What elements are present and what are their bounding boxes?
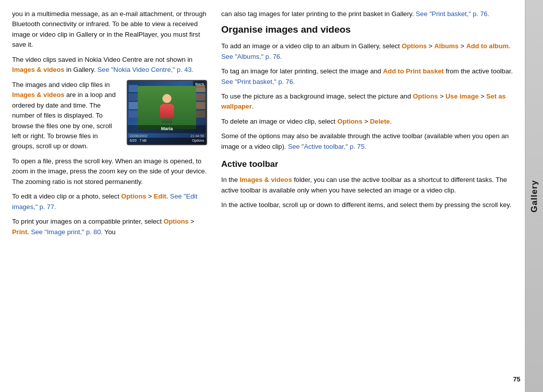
thumb-r4 [196,111,205,118]
left-para-3: To open a file, press the scroll key. Wh… [12,156,207,187]
right-para-5: To delete an image or video clip, select… [221,117,516,127]
left-device-caption-before: The images and video clip files in [12,81,110,88]
screen-inner: Back [128,81,206,144]
left-para-5-before: To print your images on a compatible pri… [12,218,163,225]
right-para-7-before: In the [221,176,240,183]
right-para-3-after: from the active toolbar. [444,67,513,75]
right-para-2-albums: Albums [434,42,459,50]
thumb-r1 [196,85,205,92]
left-para-2: The video clips saved in Nokia Video Cen… [12,55,207,75]
right-para-2-addto: Add to album. [466,42,510,50]
image-print-link[interactable]: See "Image print," p. 80. [31,228,103,236]
sidebar-tab: Gallery [525,0,543,392]
left-para-2-bold: Images & videos [12,66,64,73]
right-para-3-bold: Add to Print basket [383,67,444,75]
device-screen: Back [127,80,207,145]
screen-thumbnails-right [196,85,205,118]
right-para-1: can also tag images for later printing t… [221,9,516,19]
left-para-4-before: To edit a video clip or a photo, select [12,192,121,200]
left-para-4-options: Options [121,192,146,200]
right-para-3: To tag an image for later printing, sele… [221,66,516,87]
right-para-7-bold: Images & videos [240,176,292,183]
screen-name-bar: Maria [128,125,206,133]
screen-bottom-bar: 6/20 7 kB Options [128,138,206,144]
right-para-4-before: To use the picture as a background image… [221,92,413,100]
left-para-5-print: Print. [12,228,29,236]
print-basket-link-1[interactable]: See "Print basket," p. 76. [416,10,489,18]
thumb-4 [129,111,138,118]
device-image-section: Back [12,80,207,156]
screen-thumbnails-left [129,85,138,118]
right-para-4-useimage: Use image [445,92,479,100]
left-para-5-options: Options [163,218,189,225]
left-para-5-end: You [103,228,116,236]
left-para-1: you in a multimedia message, as an e-mai… [12,9,207,50]
left-para-2-text: The video clips saved in Nokia Video Cen… [12,56,193,63]
right-para-3-before: To tag an image for later printing, sele… [221,67,383,75]
thumb-3 [129,102,138,109]
right-para-1-before: can also tag images for later printing t… [221,10,416,18]
right-para-2: To add an image or a video clip to an al… [221,41,516,62]
left-para-4: To edit a video clip or a photo, select … [12,191,207,212]
print-basket-link-2[interactable]: See "Print basket," p. 76. [221,78,295,85]
right-para-5-delete: Delete [370,118,390,125]
right-para-4: To use the picture as a background image… [221,91,516,112]
sidebar-tab-label: Gallery [529,180,539,213]
active-toolbar-link[interactable]: See "Active toolbar," p. 75. [288,143,367,150]
main-area: you in a multimedia message, as an e-mai… [0,0,525,392]
page-number: 75 [513,375,520,383]
right-para-5-options: Options [337,118,363,125]
right-para-2-options: Options [402,42,427,50]
right-para-5-before: To delete an image or video clip, select [221,118,337,125]
thumb-r3 [196,102,205,109]
nokia-video-centre-link[interactable]: See "Nokia Video Centre," p. 43. [98,66,194,73]
left-para-2-after: in Gallery. [64,66,98,73]
screen-counter: 6/20 7 kB [130,138,146,144]
right-column: can also tag images for later printing t… [216,9,525,383]
left-column: you in a multimedia message, as an e-mai… [0,9,216,383]
right-para-2-before: To add an image or a video clip to an al… [221,42,402,50]
left-para-4-edit: Edit. [154,192,168,200]
right-para-4-options: Options [413,92,438,100]
right-para-8: In the active toolbar, scroll up or down… [221,200,516,210]
section-heading-active-toolbar: Active toolbar [221,159,516,170]
left-para-5: To print your images on a compatible pri… [12,217,207,237]
section-heading-organise: Organise images and videos [221,24,516,36]
left-device-caption-bold: Images & videos [12,91,64,99]
right-para-5-end: . [390,118,392,125]
thumb-2 [129,93,138,101]
right-para-7: In the Images & videos folder, you can u… [221,175,516,195]
thumb-1 [129,85,138,92]
screen-options-label: Options [192,138,204,144]
right-para-4-end: . [252,103,254,110]
right-para-6: Some of the options may also be availabl… [221,131,516,152]
thumb-r2 [196,93,205,101]
page: you in a multimedia message, as an e-mai… [0,0,543,392]
device-image-block: Back [127,80,207,145]
screen-main-photo [138,86,196,129]
left-device-caption-after: are in a loop and ordered by date and ti… [12,91,116,150]
albums-link[interactable]: See "Albums," p. 76. [221,53,282,60]
